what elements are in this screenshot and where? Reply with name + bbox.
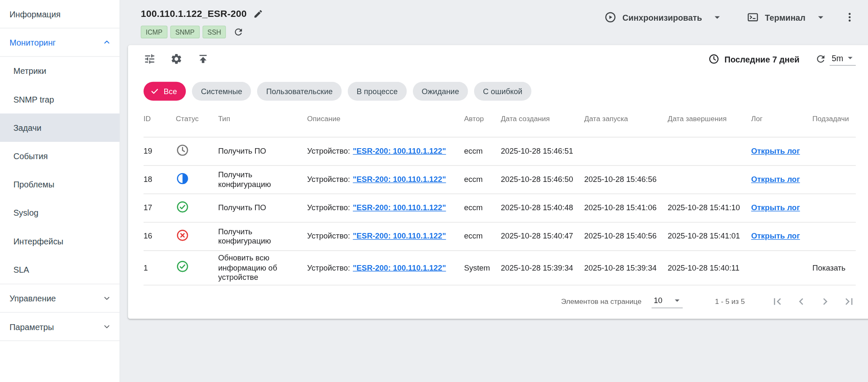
- next-page-button[interactable]: [818, 295, 832, 308]
- filter-chip-error[interactable]: С ошибкой: [474, 82, 531, 101]
- table-row: 18 Получить конфигурацию Устройство:"ESR…: [144, 166, 856, 194]
- cell-id: 18: [144, 175, 176, 184]
- filter-chip-custom[interactable]: Пользовательские: [257, 82, 342, 101]
- device-link[interactable]: "ESR-200: 100.110.1.122": [353, 175, 446, 184]
- tune-icon[interactable]: [144, 53, 156, 65]
- open-log-link[interactable]: Открыть лог: [751, 232, 800, 241]
- col-log: Лог: [751, 114, 812, 123]
- description-prefix: Устройство:: [307, 232, 350, 241]
- terminal-icon: [746, 11, 759, 23]
- description-prefix: Устройство:: [307, 203, 350, 212]
- sidebar-item-management[interactable]: Управление: [0, 284, 119, 312]
- interval-value: 5m: [832, 53, 843, 62]
- table-row: 17 Получить ПО Устройство:"ESR-200: 100.…: [144, 194, 856, 222]
- cell-id: 17: [144, 203, 176, 213]
- sidebar-item-sla[interactable]: SLA: [0, 255, 119, 284]
- clock-icon: [708, 54, 719, 65]
- settings-gear-icon[interactable]: [170, 53, 182, 65]
- cell-created: 2025-10-28 15:46:50: [501, 175, 584, 184]
- per-page-select[interactable]: 10: [651, 295, 683, 308]
- chevron-up-icon: [102, 37, 112, 47]
- sidebar-item-snmp-trap[interactable]: SNMP trap: [0, 85, 119, 114]
- sidebar-item-metrics[interactable]: Метрики: [0, 57, 119, 85]
- sidebar-item-monitoring[interactable]: Мониторинг: [0, 28, 119, 56]
- cell-author: eccm: [464, 146, 501, 156]
- edit-icon[interactable]: [253, 9, 263, 19]
- sidebar-item-problems[interactable]: Проблемы: [0, 170, 119, 198]
- sync-dropdown-button[interactable]: [711, 11, 723, 23]
- cell-description: Устройство:"ESR-200: 100.110.1.122": [307, 203, 464, 213]
- tasks-toolbar: Последние 7 дней 5m: [144, 45, 856, 73]
- cell-id: 19: [144, 146, 176, 156]
- description-prefix: Устройство:: [307, 146, 350, 155]
- filter-chip-in-progress[interactable]: В процессе: [348, 82, 407, 101]
- sidebar-item-label: SNMP trap: [14, 95, 54, 104]
- refresh-status-icon[interactable]: [233, 27, 244, 37]
- cell-created: 2025-10-28 15:39:34: [501, 263, 584, 273]
- cell-author: System: [464, 263, 501, 273]
- filter-chip-label: Ожидание: [422, 87, 459, 96]
- show-subtasks-button[interactable]: Показать: [812, 263, 845, 272]
- pager-nav: [770, 295, 856, 308]
- device-link[interactable]: "ESR-200: 100.110.1.122": [353, 203, 446, 212]
- sidebar-item-label: Интерфейсы: [14, 236, 63, 246]
- open-log-link[interactable]: Открыть лог: [751, 175, 800, 184]
- sidebar-item-interfaces[interactable]: Интерфейсы: [0, 227, 119, 255]
- tasks-card: Последние 7 дней 5m: [128, 45, 868, 319]
- app: Информация Мониторинг Метрики SNMP trap …: [0, 0, 868, 382]
- sidebar-item-events[interactable]: События: [0, 142, 119, 170]
- filter-chip-label: Системные: [201, 87, 242, 96]
- status-scheduled-icon: [176, 144, 189, 157]
- terminal-button-label: Терминал: [765, 13, 806, 22]
- last-page-button[interactable]: [842, 295, 856, 308]
- cell-id: 16: [144, 232, 176, 241]
- cell-started: 2025-10-28 15:46:56: [584, 175, 668, 184]
- sidebar-item-label: Проблемы: [14, 180, 54, 189]
- cell-created: 2025-10-28 15:40:47: [501, 232, 584, 241]
- pagination: Элементов на странице 10 1 - 5 из 5: [144, 285, 856, 317]
- period-selector[interactable]: Последние 7 дней: [708, 54, 800, 65]
- upload-icon[interactable]: [197, 53, 209, 65]
- filter-chip-all[interactable]: Все: [144, 82, 186, 101]
- device-link[interactable]: "ESR-200: 100.110.1.122": [353, 146, 446, 155]
- sidebar-item-parameters[interactable]: Параметры: [0, 313, 119, 341]
- protocol-badge-icmp: ICMP: [141, 25, 167, 38]
- filter-chip-system[interactable]: Системные: [192, 82, 251, 101]
- filter-chip-waiting[interactable]: Ожидание: [413, 82, 468, 101]
- kebab-menu-icon[interactable]: [844, 11, 856, 23]
- sidebar-item-information[interactable]: Информация: [0, 0, 119, 28]
- status-error-icon: [176, 228, 189, 242]
- filter-chips: Все Системные Пользовательские В процесс…: [144, 82, 856, 101]
- device-link[interactable]: "ESR-200: 100.110.1.122": [353, 232, 446, 241]
- refresh-icon[interactable]: [815, 54, 826, 65]
- status-success-icon: [176, 260, 189, 273]
- first-page-button[interactable]: [770, 295, 784, 308]
- open-log-link[interactable]: Открыть лог: [751, 203, 800, 212]
- per-page-value: 10: [654, 295, 663, 304]
- terminal-dropdown-button[interactable]: [814, 11, 827, 23]
- chevron-down-icon: [672, 295, 683, 306]
- open-log-link[interactable]: Открыть лог: [751, 146, 800, 155]
- interval-select[interactable]: 5m: [830, 52, 856, 66]
- page-title: 100.110.1.122_ESR-200: [141, 8, 247, 19]
- protocol-badge-ssh: SSH: [202, 25, 226, 38]
- table-header: ID Статус Тип Описание Автор Дата создан…: [144, 101, 856, 138]
- sidebar-item-label: Syslog: [14, 208, 38, 217]
- sync-button[interactable]: Синхронизировать: [604, 11, 702, 23]
- cell-id: 1: [144, 263, 176, 273]
- col-type: Тип: [218, 114, 307, 123]
- cell-description: Устройство:"ESR-200: 100.110.1.122": [307, 263, 464, 273]
- chevron-down-icon: [102, 322, 112, 332]
- sidebar-item-tasks[interactable]: Задачи: [0, 114, 119, 142]
- col-status: Статус: [176, 114, 218, 123]
- device-link[interactable]: "ESR-200: 100.110.1.122": [353, 263, 446, 272]
- sidebar-item-label: Мониторинг: [9, 38, 56, 47]
- cell-author: eccm: [464, 175, 501, 184]
- sidebar-item-syslog[interactable]: Syslog: [0, 199, 119, 227]
- col-started: Дата запуска: [584, 114, 668, 123]
- per-page-label: Элементов на странице: [561, 297, 642, 306]
- prev-page-button[interactable]: [795, 295, 808, 308]
- sidebar-item-label: События: [14, 151, 48, 160]
- terminal-button[interactable]: Терминал: [746, 11, 806, 23]
- chevron-down-icon: [844, 52, 855, 63]
